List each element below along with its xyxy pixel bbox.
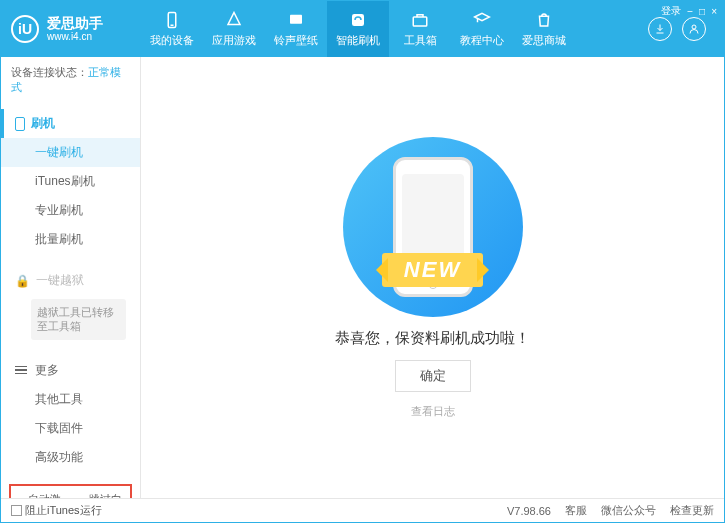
checkbox-icon: [11, 505, 22, 516]
success-message: 恭喜您，保资料刷机成功啦！: [335, 329, 530, 348]
footer: 阻止iTunes运行 V7.98.66 客服 微信公众号 检查更新: [1, 498, 724, 522]
minimize-button[interactable]: −: [687, 6, 693, 17]
sidebar-item-advanced[interactable]: 高级功能: [1, 443, 140, 472]
phone-icon: [163, 11, 181, 29]
nav-flash[interactable]: 智能刷机: [327, 1, 389, 57]
checkbox-auto-activate[interactable]: ✓ 自动激活: [15, 492, 66, 498]
toolbox-icon: [411, 11, 429, 29]
phone-icon: [15, 117, 25, 131]
jailbreak-note: 越狱工具已转移至工具箱: [31, 299, 126, 340]
app-name: 爱思助手: [47, 16, 103, 31]
checkbox-skip-guide[interactable]: ✓ 跳过向导: [76, 492, 127, 498]
sidebar-section-flash[interactable]: 刷机: [1, 109, 140, 138]
close-button[interactable]: ×: [711, 6, 717, 17]
confirm-button[interactable]: 确定: [395, 360, 471, 392]
body: 设备连接状态：正常模式 刷机 一键刷机 iTunes刷机 专业刷机 批量刷机 🔒…: [1, 57, 724, 498]
new-ribbon: NEW: [382, 253, 483, 287]
sidebar-section-jailbreak[interactable]: 🔒 一键越狱: [1, 266, 140, 295]
svg-rect-3: [352, 14, 364, 26]
nav-store[interactable]: 爱思商城: [513, 1, 575, 57]
window-titlebar: 登录 − □ ×: [661, 4, 717, 18]
store-icon: [535, 11, 553, 29]
checkbox-block-itunes[interactable]: 阻止iTunes运行: [11, 503, 102, 518]
nav-apps[interactable]: 应用游戏: [203, 1, 265, 57]
sidebar: 设备连接状态：正常模式 刷机 一键刷机 iTunes刷机 专业刷机 批量刷机 🔒…: [1, 57, 141, 498]
apps-icon: [225, 11, 243, 29]
app-url: www.i4.cn: [47, 31, 103, 42]
view-log-link[interactable]: 查看日志: [411, 404, 455, 419]
options-highlight-box: ✓ 自动激活 ✓ 跳过向导: [9, 484, 132, 498]
footer-service-link[interactable]: 客服: [565, 503, 587, 518]
footer-wechat-link[interactable]: 微信公众号: [601, 503, 656, 518]
svg-rect-4: [413, 17, 427, 26]
nav-toolbox[interactable]: 工具箱: [389, 1, 451, 57]
main-nav: 我的设备 应用游戏 铃声壁纸 智能刷机 工具箱 教程中心 爱思商城: [141, 1, 648, 57]
nav-tutorial[interactable]: 教程中心: [451, 1, 513, 57]
user-icon: [688, 23, 700, 35]
sidebar-section-more[interactable]: 更多: [1, 356, 140, 385]
success-illustration: NEW: [343, 137, 523, 317]
version-label: V7.98.66: [507, 505, 551, 517]
app-logo: iU 爱思助手 www.i4.cn: [11, 15, 141, 43]
sidebar-item-pro-flash[interactable]: 专业刷机: [1, 196, 140, 225]
sidebar-item-other-tools[interactable]: 其他工具: [1, 385, 140, 414]
maximize-button[interactable]: □: [699, 6, 705, 17]
header: iU 爱思助手 www.i4.cn 我的设备 应用游戏 铃声壁纸 智能刷机 工具…: [1, 1, 724, 57]
lock-icon: 🔒: [15, 274, 30, 288]
sidebar-item-itunes-flash[interactable]: iTunes刷机: [1, 167, 140, 196]
sidebar-item-oneclick-flash[interactable]: 一键刷机: [1, 138, 140, 167]
hamburger-icon: [15, 366, 27, 375]
nav-my-device[interactable]: 我的设备: [141, 1, 203, 57]
download-button[interactable]: [648, 17, 672, 41]
user-button[interactable]: [682, 17, 706, 41]
header-actions: [648, 17, 714, 41]
sidebar-item-download-firmware[interactable]: 下载固件: [1, 414, 140, 443]
wallpaper-icon: [287, 11, 305, 29]
titlebar-user[interactable]: 登录: [661, 4, 681, 18]
download-icon: [654, 23, 666, 35]
nav-wallpaper[interactable]: 铃声壁纸: [265, 1, 327, 57]
svg-rect-2: [290, 14, 302, 23]
tutorial-icon: [473, 11, 491, 29]
logo-icon: iU: [11, 15, 39, 43]
sidebar-item-batch-flash[interactable]: 批量刷机: [1, 225, 140, 254]
main-content: NEW 恭喜您，保资料刷机成功啦！ 确定 查看日志: [141, 57, 724, 498]
footer-update-link[interactable]: 检查更新: [670, 503, 714, 518]
connection-status: 设备连接状态：正常模式: [1, 57, 140, 103]
svg-point-5: [692, 25, 696, 29]
flash-icon: [349, 11, 367, 29]
